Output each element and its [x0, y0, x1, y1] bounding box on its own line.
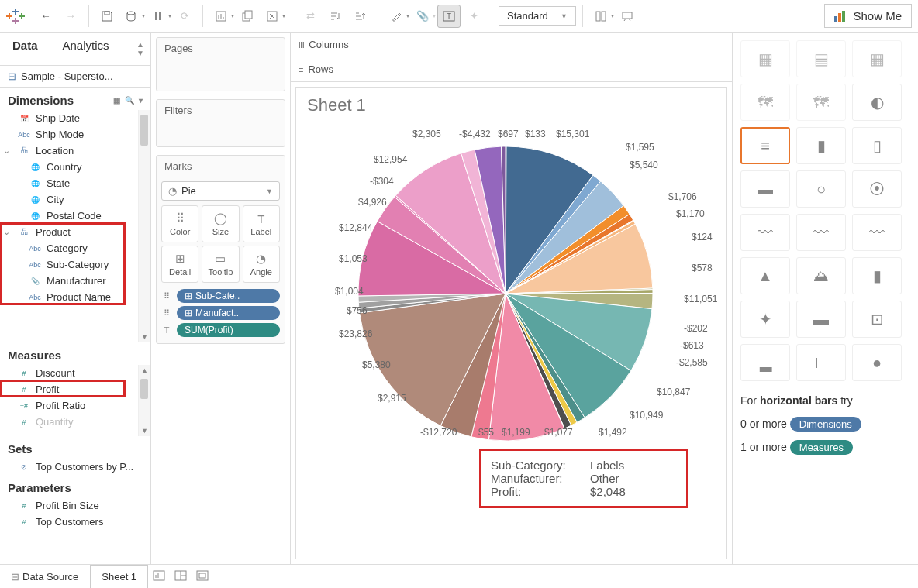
columns-shelf[interactable]: iiiColumns	[291, 33, 732, 57]
new-worksheet-tab[interactable]	[148, 570, 170, 583]
pages-shelf[interactable]: Pages	[156, 37, 285, 91]
showme-viz-10[interactable]: ○	[796, 170, 846, 208]
tab-analytics[interactable]: Analytics	[50, 33, 122, 65]
params-header: Parameters	[0, 475, 150, 497]
field-sub-category[interactable]: AbcSub-Category	[0, 256, 138, 273]
showme-viz-14[interactable]: 〰	[852, 214, 902, 251]
showme-viz-3[interactable]: 🗺	[740, 84, 790, 121]
pin-button[interactable]: ✦	[462, 5, 485, 28]
swap-button[interactable]: ⇄	[299, 5, 322, 28]
data-panel: Data Analytics ▲▼ ⊟ Sample - Supersto...…	[0, 33, 151, 564]
field-quantity[interactable]: #Quantity	[0, 414, 138, 430]
field-ship-mode[interactable]: AbcShip Mode	[0, 126, 138, 143]
showme-viz-16[interactable]: ⛰	[796, 257, 846, 294]
measures-header: Measures	[0, 342, 150, 365]
field-state[interactable]: 🌐State	[0, 175, 138, 191]
field-profit[interactable]: #Profit	[0, 381, 138, 397]
showme-viz-0[interactable]: ▦	[740, 40, 790, 77]
chart-label: $1,706	[668, 191, 697, 202]
marks-color[interactable]: ⠿Color	[161, 205, 198, 242]
new-worksheet-button[interactable]	[209, 5, 233, 28]
showme-viz-18[interactable]: ✦	[740, 301, 790, 338]
showme-viz-22[interactable]: ⊢	[796, 344, 846, 381]
showme-viz-6[interactable]: ≡	[740, 127, 790, 164]
showme-viz-9[interactable]: ▬	[740, 170, 790, 208]
field-ship-date[interactable]: 📅Ship Date	[0, 110, 138, 126]
highlight-button[interactable]	[385, 5, 408, 28]
showme-button[interactable]: Show Me	[824, 4, 912, 28]
pause-updates-button[interactable]	[147, 5, 170, 28]
cards-button[interactable]	[589, 5, 613, 28]
showme-viz-20[interactable]: ⊡	[852, 301, 902, 338]
showme-viz-19[interactable]: ▬	[796, 301, 846, 338]
svg-rect-29	[838, 13, 841, 22]
showme-viz-4[interactable]: 🗺	[796, 84, 846, 121]
marks-label[interactable]: TLabel	[243, 205, 280, 242]
chart-label: -$613	[680, 340, 704, 351]
datasource-tab[interactable]: ⊟Data Source	[0, 566, 90, 588]
showme-panel: ▦▤▦🗺🗺◐≡▮▯▬○⦿〰〰〰▲⛰▮✦▬⊡▂⊢● For horizontal …	[732, 33, 918, 564]
tab-data[interactable]: Data	[0, 33, 50, 65]
tableau-logo-icon	[6, 7, 25, 26]
filters-shelf[interactable]: Filters	[156, 99, 285, 147]
marks-detail[interactable]: ⊞Detail	[161, 246, 198, 283]
mark-type-dropdown[interactable]: ◔Pie▼	[161, 181, 280, 201]
field-product-name[interactable]: AbcProduct Name	[0, 289, 138, 305]
rows-shelf[interactable]: ≡Rows	[291, 57, 732, 82]
showme-viz-8[interactable]: ▯	[852, 127, 902, 164]
pill-row[interactable]: TSUM(Profit)	[161, 323, 280, 337]
presentation-button[interactable]	[616, 5, 639, 28]
pill-row[interactable]: ⠿⊞Sub-Cate..	[161, 289, 280, 303]
field-country[interactable]: 🌐Country	[0, 159, 138, 175]
refresh-button[interactable]: ⟳	[173, 5, 196, 28]
datasource-row[interactable]: ⊟ Sample - Supersto...	[0, 66, 150, 87]
showme-viz-2[interactable]: ▦	[852, 40, 902, 77]
marks-tooltip[interactable]: ▭Tooltip	[202, 246, 239, 283]
sheet1-tab[interactable]: Sheet 1	[90, 565, 148, 588]
showme-viz-13[interactable]: 〰	[796, 214, 846, 251]
showme-viz-1[interactable]: ▤	[796, 40, 846, 77]
field-location[interactable]: ⌄品Location	[0, 143, 138, 159]
showme-viz-17[interactable]: ▮	[852, 257, 902, 294]
marks-card: Marks ◔Pie▼ ⠿Color◯SizeTLabel⊞Detail▭Too…	[156, 155, 285, 344]
showme-viz-15[interactable]: ▲	[740, 257, 790, 294]
field-profit-ratio[interactable]: =#Profit Ratio	[0, 397, 138, 414]
field-profit-bin-size[interactable]: #Profit Bin Size	[0, 497, 150, 514]
duplicate-button[interactable]	[236, 5, 259, 28]
save-button[interactable]	[95, 5, 119, 28]
sort-asc-button[interactable]	[323, 5, 347, 28]
field-discount[interactable]: #Discount	[0, 365, 138, 381]
group-button[interactable]: 📎	[411, 5, 434, 28]
labels-button[interactable]: T	[437, 5, 461, 28]
showme-viz-5[interactable]: ◐	[852, 84, 902, 121]
marks-size[interactable]: ◯Size	[202, 205, 239, 242]
sort-desc-button[interactable]	[348, 5, 371, 28]
pie-chart[interactable]	[343, 131, 668, 456]
field-top-customers[interactable]: #Top Customers	[0, 514, 150, 530]
new-datasource-button[interactable]	[120, 5, 143, 28]
field-top-customers-by-p-[interactable]: ⊘Top Customers by P...	[0, 459, 150, 475]
marks-angle[interactable]: ◔Angle	[243, 246, 280, 283]
showme-viz-23[interactable]: ●	[852, 344, 902, 381]
showme-viz-21[interactable]: ▂	[740, 344, 790, 381]
new-story-tab[interactable]	[192, 570, 213, 583]
back-button[interactable]: ←	[34, 5, 57, 28]
field-manufacturer[interactable]: 📎Manufacturer	[0, 273, 138, 289]
chart-label: $124	[692, 232, 713, 242]
showme-viz-12[interactable]: 〰	[740, 214, 790, 251]
chart-label: $11,051	[684, 294, 717, 304]
showme-viz-11[interactable]: ⦿	[852, 170, 902, 208]
showme-viz-7[interactable]: ▮	[796, 127, 846, 164]
forward-button[interactable]: →	[59, 5, 82, 28]
fit-dropdown[interactable]: Standard▼	[499, 6, 576, 26]
clear-button[interactable]	[261, 5, 284, 28]
field-product[interactable]: ⌄品Product	[0, 224, 138, 240]
svg-point-9	[127, 12, 135, 15]
sheet-title[interactable]: Sheet 1	[296, 88, 726, 123]
field-category[interactable]: AbcCategory	[0, 240, 138, 256]
pill-row[interactable]: ⠿⊞Manufact..	[161, 306, 280, 320]
field-city[interactable]: 🌐City	[0, 191, 138, 208]
new-dashboard-tab[interactable]	[170, 570, 192, 583]
showme-icon	[834, 11, 848, 22]
field-postal-code[interactable]: 🌐Postal Code	[0, 208, 138, 224]
